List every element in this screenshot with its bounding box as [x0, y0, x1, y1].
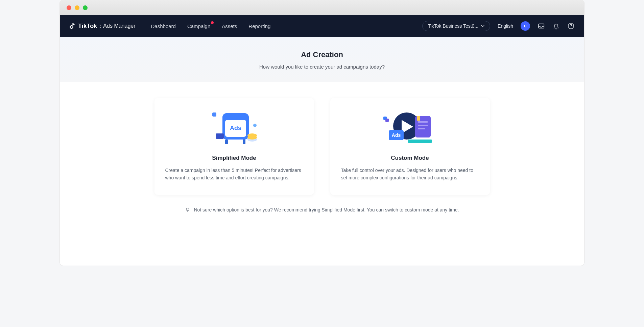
svg-rect-2	[212, 112, 216, 117]
custom-mode-card[interactable]: Ads Custom Mode Take full control over y…	[330, 98, 490, 195]
top-nav: TikTok: Ads Manager Dashboard Campaign A…	[60, 15, 584, 37]
language-label: English	[498, 23, 513, 29]
mac-titlebar	[60, 0, 584, 15]
svg-rect-24	[385, 119, 389, 122]
new-badge-icon	[211, 21, 214, 24]
language-switcher[interactable]: English	[498, 23, 513, 29]
svg-rect-11	[225, 140, 228, 144]
custom-mode-illustration: Ads	[341, 108, 479, 149]
account-switcher[interactable]: TikTok Business Test0...	[422, 21, 490, 31]
simplified-mode-desc: Create a campaign in less than 5 minutes…	[165, 167, 303, 181]
window-minimize-button[interactable]	[75, 5, 79, 10]
svg-point-6	[253, 124, 257, 127]
custom-mode-desc: Take full control over your ads. Designe…	[341, 167, 479, 181]
svg-rect-16	[418, 121, 428, 123]
page-subtitle: How would you like to create your ad cam…	[60, 64, 584, 70]
hero-section: Ad Creation How would you like to create…	[60, 37, 584, 82]
brand-name: TikTok	[78, 23, 97, 30]
brand-logo[interactable]: TikTok: Ads Manager	[69, 22, 136, 30]
avatar-initial: u	[524, 24, 526, 28]
nav-assets[interactable]: Assets	[222, 23, 237, 29]
window-close-button[interactable]	[67, 5, 71, 10]
svg-rect-7	[216, 133, 224, 139]
custom-mode-title: Custom Mode	[341, 155, 479, 161]
svg-rect-12	[243, 140, 245, 144]
nav-campaign-label: Campaign	[187, 23, 210, 29]
user-avatar[interactable]: u	[521, 21, 530, 31]
brand-sep: :	[99, 23, 101, 30]
nav-links: Dashboard Campaign Assets Reporting	[151, 23, 271, 29]
nav-reporting-label: Reporting	[248, 23, 270, 29]
brand-product: Ads Manager	[103, 23, 135, 29]
svg-rect-0	[539, 24, 544, 28]
hint-row: Not sure which option is best for you? W…	[60, 207, 584, 212]
account-label: TikTok Business Test0...	[428, 23, 478, 29]
nav-dashboard[interactable]: Dashboard	[151, 23, 176, 29]
chevron-down-icon	[481, 24, 484, 28]
svg-rect-22	[408, 140, 432, 143]
bell-icon[interactable]	[552, 22, 560, 30]
nav-assets-label: Assets	[222, 23, 237, 29]
svg-rect-15	[417, 116, 420, 121]
simplified-mode-illustration: Ads	[165, 108, 303, 149]
simplified-mode-title: Simplified Mode	[165, 155, 303, 161]
svg-point-10	[247, 133, 257, 137]
window-zoom-button[interactable]	[83, 5, 88, 10]
hint-text: Not sure which option is best for you? W…	[194, 207, 459, 212]
svg-rect-17	[418, 125, 428, 126]
nav-dashboard-label: Dashboard	[151, 23, 176, 29]
mode-cards: Ads Simplified Mode Create a campaign in…	[60, 98, 584, 195]
svg-rect-18	[418, 128, 425, 129]
inbox-icon[interactable]	[538, 22, 545, 30]
svg-text:Ads: Ads	[391, 132, 401, 138]
svg-point-25	[186, 208, 189, 211]
help-icon[interactable]	[567, 22, 575, 30]
nav-reporting[interactable]: Reporting	[248, 23, 270, 29]
nav-campaign[interactable]: Campaign	[187, 23, 210, 29]
svg-text:Ads: Ads	[230, 125, 241, 131]
simplified-mode-card[interactable]: Ads Simplified Mode Create a campaign in…	[154, 98, 314, 195]
app-window: TikTok: Ads Manager Dashboard Campaign A…	[60, 0, 584, 266]
page-title: Ad Creation	[60, 50, 584, 59]
tiktok-icon	[69, 22, 76, 30]
lightbulb-icon	[185, 207, 190, 212]
